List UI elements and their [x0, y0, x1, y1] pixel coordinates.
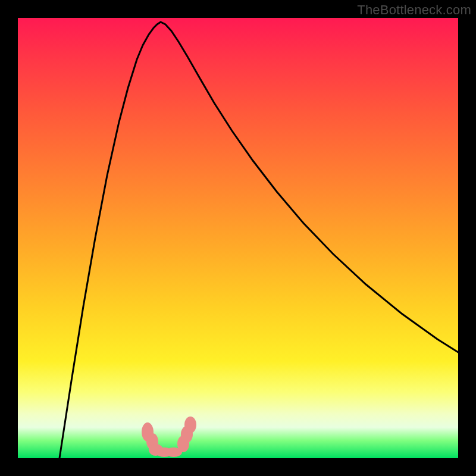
- chart-frame: TheBottleneck.com: [0, 0, 476, 476]
- curve-overlay: [18, 18, 458, 458]
- curve-marker: [184, 416, 196, 433]
- bottleneck-curve: [60, 22, 458, 458]
- plot-area: [18, 18, 458, 458]
- watermark-text: TheBottleneck.com: [357, 2, 471, 18]
